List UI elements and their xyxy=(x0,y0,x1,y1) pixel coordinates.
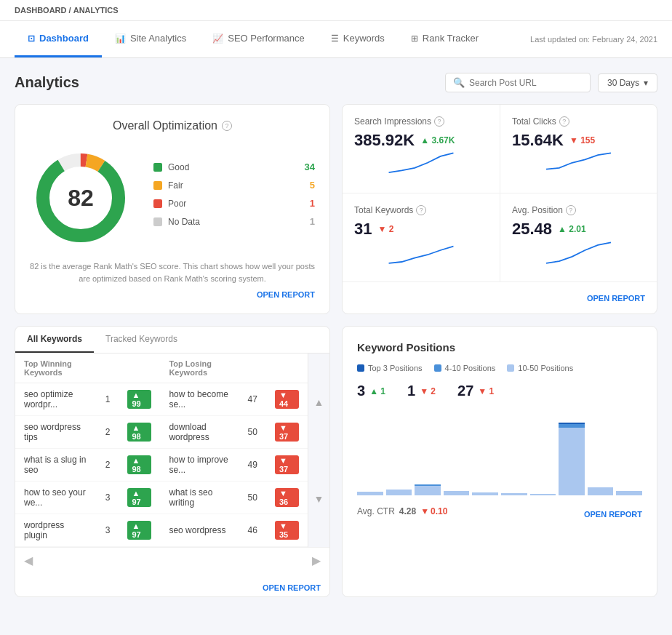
info-icon-1: ? xyxy=(559,116,569,127)
opt-open-report[interactable]: OPEN REPORT xyxy=(30,290,315,299)
tab-keywords[interactable]: ☰Keywords xyxy=(318,21,398,57)
winning-badge-3: ▲ 97 xyxy=(127,488,151,507)
bar-col-9 xyxy=(616,411,642,495)
stat-label-1: Total Clicks ? xyxy=(512,116,645,127)
table-row: what is a slug in seo 2 ▲ 98 how to impr… xyxy=(15,449,329,482)
kw-open-report[interactable]: OPEN REPORT xyxy=(263,583,321,592)
kp-legend-item: 10-50 Positions xyxy=(507,364,573,372)
losing-pos-0: 47 xyxy=(239,383,266,416)
stats-open-report[interactable]: OPEN REPORT xyxy=(587,294,645,303)
winning-keyword-1: seo wordpress tips xyxy=(15,416,97,449)
dashboard-icon: ⊡ xyxy=(28,33,35,44)
scroll-up-icon[interactable]: ▲ xyxy=(311,394,327,411)
bar-col-3 xyxy=(444,411,470,495)
search-input[interactable] xyxy=(469,78,583,88)
legend-dot xyxy=(153,199,162,208)
tab-site-analytics[interactable]: 📊Site Analytics xyxy=(102,21,199,57)
losing-keyword-2: how to improve se... xyxy=(160,449,239,482)
winning-badge-1: ▲ 98 xyxy=(127,423,151,442)
horiz-left-icon[interactable]: ◀ xyxy=(24,554,33,567)
winning-keyword-2: what is a slug in seo xyxy=(15,449,97,482)
winning-badge-4: ▲ 97 xyxy=(127,521,151,540)
kp-leg-dot xyxy=(357,364,364,372)
stat-value-3: 25.48 ▲ 2.01 xyxy=(512,220,645,239)
breadcrumb-separator: / xyxy=(69,6,71,15)
tab-seo-performance[interactable]: 📈SEO Performance xyxy=(199,21,318,57)
kp-leg-dot xyxy=(507,364,514,372)
kp-stat-change-0: ▲ 1 xyxy=(369,386,385,396)
chevron-down-icon: ▾ xyxy=(644,78,648,88)
losing-pos-4: 46 xyxy=(239,514,266,547)
winning-keyword-0: seo optimize wordpr... xyxy=(15,383,97,416)
kp-open-report[interactable]: OPEN REPORT xyxy=(584,510,642,519)
keywords-icon: ☰ xyxy=(331,33,339,44)
info-icon-0: ? xyxy=(434,116,444,127)
kp-legend-item: Top 3 Positions xyxy=(357,364,423,372)
winning-pos-1: 2 xyxy=(97,416,119,449)
winning-change-0: ▲ 99 xyxy=(119,383,160,416)
mini-chart-1 xyxy=(512,150,645,179)
scroll-down-icon[interactable]: ▼ xyxy=(311,490,327,508)
tab-label-rank-tracker: Rank Tracker xyxy=(423,33,479,44)
opt-footer: 82 is the average Rank Math's SEO score.… xyxy=(30,260,315,284)
seo-performance-icon: 📈 xyxy=(212,33,223,44)
kp-leg-label: 10-50 Positions xyxy=(518,364,573,372)
kp-leg-dot xyxy=(434,364,441,372)
tab-dashboard[interactable]: ⊡Dashboard xyxy=(15,21,102,57)
breadcrumb-dashboard[interactable]: DASHBOARD xyxy=(15,6,67,15)
losing-keyword-3: what is seo writing xyxy=(160,482,239,514)
bar-low xyxy=(501,493,527,495)
losing-change-0: ▼ 44 xyxy=(266,383,308,416)
mini-chart-3 xyxy=(512,239,645,268)
kp-title: Keyword Positions xyxy=(357,341,642,354)
losing-badge-0: ▼ 44 xyxy=(275,390,299,409)
keyword-positions-card: Keyword Positions Top 3 Positions 4-10 P… xyxy=(342,326,657,597)
winning-pos-2: 2 xyxy=(97,449,119,482)
kw-tab-all-keywords[interactable]: All Keywords xyxy=(15,327,94,353)
horiz-right-icon[interactable]: ▶ xyxy=(312,554,321,567)
stat-block-3: Avg. Position ? 25.48 ▲ 2.01 xyxy=(500,193,657,282)
kp-legend: Top 3 Positions 4-10 Positions 10-50 Pos… xyxy=(357,364,642,372)
bar-col-0 xyxy=(357,411,383,495)
avg-ctr-label: Avg. CTR xyxy=(357,506,395,516)
col-change-losing xyxy=(266,354,308,383)
col-pos-losing xyxy=(239,354,266,383)
bar-col-7 xyxy=(559,411,585,495)
tab-label-dashboard: Dashboard xyxy=(39,33,89,44)
stat-block-2: Total Keywords ? 31 ▼ 2 xyxy=(343,193,500,282)
winning-pos-4: 3 xyxy=(97,514,119,547)
tab-rank-tracker[interactable]: ⊞Rank Tracker xyxy=(398,21,492,57)
stat-label-3: Avg. Position ? xyxy=(512,205,645,215)
kw-tab-tracked-keywords[interactable]: Tracked Keywords xyxy=(94,327,189,353)
losing-change-1: ▼ 37 xyxy=(266,416,308,449)
stat-change-3: ▲ 2.01 xyxy=(558,224,586,234)
bar-low xyxy=(530,494,556,495)
losing-change-2: ▼ 37 xyxy=(266,449,308,482)
bar-col-4 xyxy=(472,411,498,495)
kp-stat-0: 3 ▲ 1 xyxy=(357,383,385,399)
bar-col-5 xyxy=(501,411,527,495)
losing-pos-1: 50 xyxy=(239,416,266,449)
optimization-card: Overall Optimization ? 82 xyxy=(15,104,330,314)
days-dropdown[interactable]: 30 Days ▾ xyxy=(598,73,657,92)
winning-badge-2: ▲ 98 xyxy=(127,455,151,474)
stat-change-1: ▼ 155 xyxy=(569,135,595,145)
winning-pos-3: 3 xyxy=(97,482,119,514)
losing-badge-4: ▼ 35 xyxy=(275,521,299,540)
col-winning: Top Winning Keywords xyxy=(15,354,97,383)
stat-block-0: Search Impressions ? 385.92K ▲ 3.67K xyxy=(343,105,500,193)
mini-chart-0 xyxy=(354,150,488,179)
kw-tabs: All KeywordsTracked Keywords xyxy=(15,327,329,354)
bar-low xyxy=(357,492,383,495)
rank-tracker-icon: ⊞ xyxy=(411,33,418,44)
losing-keyword-0: how to become se... xyxy=(160,383,239,416)
kp-stat-2: 27 ▼ 1 xyxy=(457,383,494,399)
search-box: 🔍 xyxy=(445,73,591,92)
kp-stat-val-1: 1 ▼ 2 xyxy=(407,383,436,399)
kp-stat-val-2: 27 ▼ 1 xyxy=(457,383,494,399)
tabs-bar: ⊡Dashboard📊Site Analytics📈SEO Performanc… xyxy=(0,21,672,58)
col-losing: Top Losing Keywords xyxy=(160,354,239,383)
bar-col-2 xyxy=(415,411,441,495)
site-analytics-icon: 📊 xyxy=(115,33,126,44)
legend-count: 1 xyxy=(310,216,315,227)
